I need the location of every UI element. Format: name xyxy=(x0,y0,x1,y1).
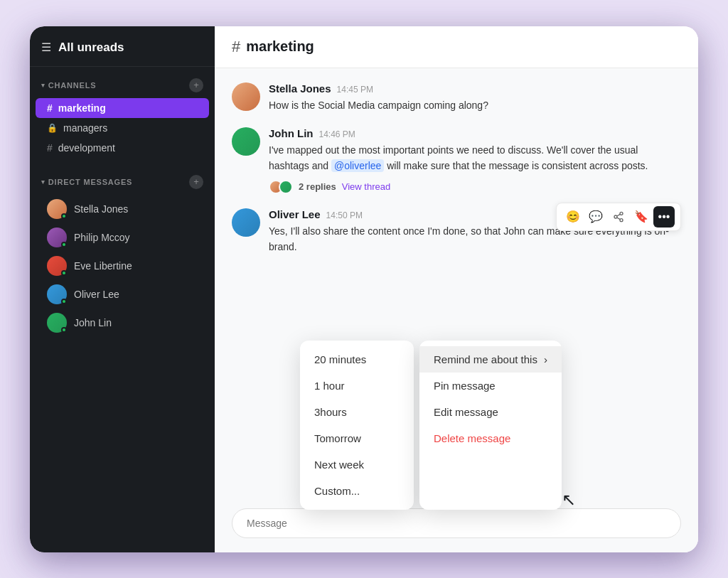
svg-line-4 xyxy=(617,214,621,216)
add-channel-button[interactable]: + xyxy=(189,78,203,92)
message-input[interactable] xyxy=(232,508,681,538)
dropdown-item-pin[interactable]: Pin message xyxy=(419,373,562,399)
thread-replies: 2 replies View thread xyxy=(269,180,681,194)
message-text-after-mention: will make sure that the message is consi… xyxy=(384,160,648,171)
message-text-john: I've mapped out the most important point… xyxy=(269,142,681,174)
thread-avatars xyxy=(269,180,293,194)
channel-name-development: development xyxy=(58,142,115,154)
message-stella: Stella Jones 14:45 PM How is the Social … xyxy=(232,82,681,113)
message-time-oliver: 14:50 PM xyxy=(326,210,363,220)
message-author-oliver: Oliver Lee xyxy=(269,208,321,220)
dropdown-message-actions: Remind me about this › Pin message Edit … xyxy=(419,341,562,510)
hash-icon: # xyxy=(47,102,53,114)
sidebar-title: All unreads xyxy=(58,41,124,55)
add-dm-button[interactable]: + xyxy=(189,175,203,189)
svg-point-2 xyxy=(620,218,623,221)
emoji-reaction-button[interactable]: 😊 xyxy=(562,206,584,228)
mention-oliverlee[interactable]: @oliverlee xyxy=(331,159,384,172)
channel-hash-symbol: # xyxy=(232,38,240,56)
avatar-group-john xyxy=(47,313,67,333)
share-button[interactable] xyxy=(608,206,629,228)
replies-count: 2 replies xyxy=(299,181,336,192)
message-actions-toolbar: 😊 💬 🔖 ••• xyxy=(556,203,681,231)
message-avatar-john xyxy=(232,127,260,156)
dropdown-container: 20 minutes 1 hour 3hours Tomorrow Next w… xyxy=(300,341,562,510)
more-actions-button[interactable]: ••• xyxy=(653,206,675,228)
channel-name-marketing: marketing xyxy=(58,102,106,114)
avatar-group-eve xyxy=(47,256,67,276)
dropdown-item-custom[interactable]: Custom... xyxy=(300,478,414,504)
message-time-john: 14:46 PM xyxy=(319,129,355,139)
sidebar-header: ☰ All unreads xyxy=(30,26,215,67)
dm-name-philip: Philip Mccoy xyxy=(74,232,130,243)
channels-section-label: ▾ CHANNELS xyxy=(41,81,96,90)
svg-line-3 xyxy=(617,218,621,220)
message-author-john: John Lin xyxy=(269,127,314,139)
dm-section-label: ▾ DIRECT MESSAGES xyxy=(41,178,132,186)
chevron-icon: ▾ xyxy=(41,82,46,89)
arrow-icon: › xyxy=(544,353,547,365)
dropdown-item-20min[interactable]: 20 minutes xyxy=(300,346,414,373)
dropdown-item-tomorrow[interactable]: Tomorrow xyxy=(300,425,414,451)
dm-item-john[interactable]: John Lin xyxy=(36,309,209,337)
dm-item-oliver[interactable]: Oliver Lee xyxy=(36,280,209,309)
channels-section-header: ▾ CHANNELS + xyxy=(30,67,215,98)
message-avatar-oliver xyxy=(232,208,260,237)
avatar-group-stella xyxy=(47,199,67,219)
dm-item-eve[interactable]: Eve Libertine xyxy=(36,252,209,280)
lock-icon: 🔒 xyxy=(47,123,58,133)
cursor-arrow: ↖ xyxy=(562,490,576,510)
message-header-john: John Lin 14:46 PM xyxy=(269,127,681,139)
dm-chevron-icon: ▾ xyxy=(41,178,46,186)
dm-name-stella: Stella Jones xyxy=(74,203,128,215)
message-content-stella: Stella Jones 14:45 PM How is the Social … xyxy=(269,82,681,113)
app-wrapper: ☰ All unreads ▾ CHANNELS + # marketing 🔒… xyxy=(30,26,698,552)
status-dot-stella xyxy=(61,213,67,219)
message-text-stella: How is the Social Media campaign coming … xyxy=(269,97,681,113)
dropdown-item-nextweek[interactable]: Next week xyxy=(300,451,414,478)
dm-section: ▾ DIRECT MESSAGES + Stella Jones xyxy=(30,164,215,337)
message-author-stella: Stella Jones xyxy=(269,82,331,95)
channel-name-managers: managers xyxy=(63,122,107,134)
status-dot-philip xyxy=(61,242,67,247)
status-dot-oliver xyxy=(61,299,67,304)
dropdown-item-delete[interactable]: Delete message xyxy=(419,425,562,451)
dropdown-item-1hour[interactable]: 1 hour xyxy=(300,373,414,399)
svg-point-1 xyxy=(614,215,617,218)
avatar-group-oliver xyxy=(47,284,67,304)
dm-item-stella[interactable]: Stella Jones xyxy=(36,195,209,223)
dm-section-header: ▾ DIRECT MESSAGES + xyxy=(30,164,215,195)
reply-button[interactable]: 💬 xyxy=(585,206,606,228)
status-dot-eve xyxy=(61,270,67,276)
sidebar: ☰ All unreads ▾ CHANNELS + # marketing 🔒… xyxy=(30,26,215,552)
dm-name-oliver: Oliver Lee xyxy=(74,289,119,300)
message-john: John Lin 14:46 PM I've mapped out the mo… xyxy=(232,127,681,194)
dropdown-item-3hours[interactable]: 3hours xyxy=(300,399,414,425)
channel-item-managers[interactable]: 🔒 managers xyxy=(36,118,209,138)
channel-header-name: marketing xyxy=(246,38,314,55)
bookmark-button[interactable]: 🔖 xyxy=(631,206,652,228)
dm-name-john: John Lin xyxy=(74,317,112,328)
dropdown-item-edit[interactable]: Edit message xyxy=(419,399,562,425)
message-oliver: Oliver Lee 14:50 PM Yes, I'll also share… xyxy=(232,208,681,255)
status-dot-john xyxy=(61,327,67,333)
dropdown-time: 20 minutes 1 hour 3hours Tomorrow Next w… xyxy=(300,341,414,510)
channel-header: # marketing xyxy=(215,26,698,68)
thread-avatar-2 xyxy=(279,180,293,194)
svg-point-0 xyxy=(620,212,623,215)
hamburger-icon[interactable]: ☰ xyxy=(41,41,51,54)
message-avatar-stella xyxy=(232,82,260,111)
dm-item-philip[interactable]: Philip Mccoy xyxy=(36,223,209,252)
message-content-john: John Lin 14:46 PM I've mapped out the mo… xyxy=(269,127,681,194)
message-time-stella: 14:45 PM xyxy=(337,85,373,95)
view-thread-link[interactable]: View thread xyxy=(342,181,390,192)
channel-item-marketing[interactable]: # marketing xyxy=(36,98,209,118)
dm-name-eve: Eve Libertine xyxy=(74,260,132,272)
dropdown-item-remind[interactable]: Remind me about this › xyxy=(419,346,562,373)
hash-icon-dev: # xyxy=(47,142,53,154)
message-header-stella: Stella Jones 14:45 PM xyxy=(269,82,681,95)
avatar-group-philip xyxy=(47,228,67,247)
channel-item-development[interactable]: # development xyxy=(36,138,209,158)
